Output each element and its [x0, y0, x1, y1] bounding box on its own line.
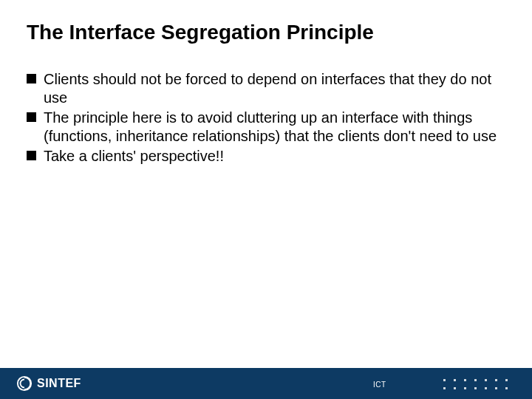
footer-label: ICT [373, 381, 386, 389]
bullet-text: Take a clients' perspective!! [44, 147, 224, 166]
slide: The Interface Segregation Principle Clie… [0, 0, 532, 399]
bullet-text: Clients should not be forced to depend o… [44, 70, 502, 107]
square-bullet-icon [27, 151, 36, 160]
slide-title: The Interface Segregation Principle [27, 21, 374, 44]
list-item: The principle here is to avoid clutterin… [27, 109, 502, 146]
list-item: Clients should not be forced to depend o… [27, 70, 502, 107]
brand-logo: SINTEF [16, 375, 81, 392]
bullet-list: Clients should not be forced to depend o… [27, 70, 502, 167]
bullet-text: The principle here is to avoid clutterin… [44, 109, 502, 146]
square-bullet-icon [27, 112, 36, 122]
footer-bar: SINTEF ICT [0, 368, 532, 399]
list-item: Take a clients' perspective!! [27, 147, 502, 166]
sintef-swirl-icon [16, 375, 33, 392]
square-bullet-icon [27, 74, 36, 83]
dot-pattern-icon [443, 379, 510, 392]
brand-name: SINTEF [37, 377, 81, 390]
